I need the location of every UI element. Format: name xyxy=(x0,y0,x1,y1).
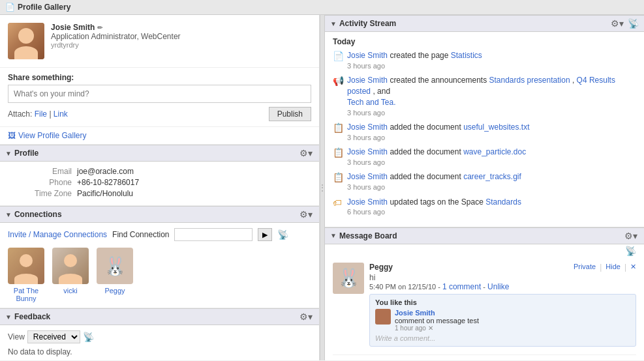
activity-author[interactable]: Josie Smith xyxy=(347,172,388,181)
phone-value: +86-10-82786017 xyxy=(77,178,139,187)
profile-info: Josie Smith ✏ Application Administrator,… xyxy=(51,23,311,49)
connections-content: Invite / Manage Connections Find Connect… xyxy=(0,223,319,308)
timezone-row: Time Zone Pacific/Honolulu xyxy=(26,189,311,198)
publish-button[interactable]: Publish xyxy=(269,107,311,121)
page-icon: 📄 xyxy=(333,51,343,61)
invite-link[interactable]: Invite / Manage Connections xyxy=(8,230,107,239)
page-title: Profile Gallery xyxy=(18,3,70,12)
activity-link[interactable]: wave_particle.doc xyxy=(463,147,526,156)
feedback-collapse-arrow[interactable]: ▼ xyxy=(5,313,12,321)
profile-username: yrdtyrdry xyxy=(51,41,311,49)
you-like-label: You like this xyxy=(375,298,630,306)
activity-time: 3 hours ago xyxy=(347,182,636,192)
file-link[interactable]: File xyxy=(35,109,47,119)
connection-name-peggy[interactable]: Peggy xyxy=(97,287,133,295)
activity-author[interactable]: Josie Smith xyxy=(347,76,388,85)
list-item: 🐰 Peggy Private | Hide | ✕ xyxy=(333,263,636,355)
profile-collapse-arrow[interactable]: ▼ xyxy=(5,150,12,157)
connections-collapse-arrow[interactable]: ▼ xyxy=(5,211,12,218)
activity-time: 3 hours ago xyxy=(347,133,636,143)
timezone-label: Time Zone xyxy=(26,189,72,198)
profile-name: Josie Smith ✏ xyxy=(51,23,311,32)
connection-name-pat[interactable]: Pat TheBunny xyxy=(8,287,44,302)
message-board-gear-button[interactable]: ⚙▾ xyxy=(623,231,639,241)
unlike-link[interactable]: Unlike xyxy=(487,282,509,291)
activity-text: Josie Smith added the document career_tr… xyxy=(347,171,636,192)
message-board-content: 🐰 Peggy Private | Hide | ✕ xyxy=(325,257,644,360)
phone-row: Phone +86-10-82786017 xyxy=(26,178,311,187)
comment-time: 1 hour ago ✕ xyxy=(395,325,630,332)
comment-count-link[interactable]: 1 comment xyxy=(442,282,481,291)
activity-rss-icon[interactable]: 📡 xyxy=(628,18,639,29)
hide-action[interactable]: Hide xyxy=(606,263,621,272)
attach-label: Attach: File | Link xyxy=(8,109,68,119)
email-value: joe@oracle.com xyxy=(77,167,134,176)
no-data-label: No data to display. xyxy=(8,347,311,356)
activity-author[interactable]: Josie Smith xyxy=(347,51,388,60)
connections-rss-icon[interactable]: 📡 xyxy=(277,229,288,240)
share-input[interactable] xyxy=(8,85,311,103)
view-row: View Received Sent 📡 xyxy=(8,330,311,343)
page-header: 📄 Profile Gallery xyxy=(0,0,644,15)
announcement-icon: 📢 xyxy=(333,76,343,86)
doc-icon: 📋 xyxy=(333,123,343,133)
activity-gear-button[interactable]: ⚙▾ xyxy=(609,18,625,29)
gallery-icon: 🖼 xyxy=(8,131,16,140)
find-button[interactable]: ▶ xyxy=(258,228,272,241)
connections-gear-button[interactable]: ⚙▾ xyxy=(298,209,314,220)
view-label: View xyxy=(8,332,25,341)
connections-section-header: ▼ Connections ⚙▾ xyxy=(0,206,319,223)
view-select[interactable]: Received Sent xyxy=(27,330,80,343)
profile-details: Email joe@oracle.com Phone +86-10-827860… xyxy=(0,162,319,206)
activity-link[interactable]: Statistics xyxy=(451,51,482,60)
find-input[interactable] xyxy=(174,228,253,241)
private-action[interactable]: Private xyxy=(574,263,596,272)
edit-icon[interactable]: ✏ xyxy=(97,24,102,31)
activity-link[interactable]: Standards presentation xyxy=(489,76,570,85)
activity-time: 6 hours ago xyxy=(347,207,636,217)
activity-author[interactable]: Josie Smith xyxy=(347,197,388,207)
connection-name-vicki[interactable]: vicki xyxy=(52,287,89,295)
activity-link[interactable]: Tech and Tea. xyxy=(347,98,396,107)
message-board-section: ▼ Message Board ⚙▾ 📡 🐰 Peggy xyxy=(325,227,644,360)
feedback-gear-button[interactable]: ⚙▾ xyxy=(298,311,314,322)
link-link[interactable]: Link xyxy=(54,109,68,119)
profile-header: Josie Smith ✏ Application Administrator,… xyxy=(0,15,319,68)
activity-text: Josie Smith added the document useful_we… xyxy=(347,122,636,143)
msg-author: Peggy xyxy=(369,263,393,272)
msg-avatar-peggy: 🐰 xyxy=(333,263,364,294)
write-comment-input[interactable]: Write a comment... xyxy=(375,334,630,342)
list-item: 🐰 Peggy xyxy=(97,248,133,302)
activity-link[interactable]: Standards xyxy=(485,197,521,207)
activity-author[interactable]: Josie Smith xyxy=(347,147,388,156)
connections-toolbar: Invite / Manage Connections Find Connect… xyxy=(8,228,311,241)
panel-divider xyxy=(320,15,325,360)
right-panel: ▼ Activity Stream ⚙▾ 📡 Today 📄 Josie Smi… xyxy=(325,15,644,360)
profile-gear-button[interactable]: ⚙▾ xyxy=(298,148,314,158)
share-section: Share something: Attach: File | Link Pub… xyxy=(0,68,319,127)
avatar xyxy=(8,23,44,59)
activity-text: Josie Smith created the page Statistics … xyxy=(347,50,636,71)
activity-collapse-arrow[interactable]: ▼ xyxy=(330,20,337,27)
activity-author[interactable]: Josie Smith xyxy=(347,123,388,132)
doc-icon: 📋 xyxy=(333,147,343,158)
you-like-box: You like this Josie Smith comment on mes… xyxy=(369,294,636,347)
feedback-rss-icon[interactable]: 📡 xyxy=(83,332,94,342)
comment-text: comment on message test xyxy=(395,317,630,325)
comment-author[interactable]: Josie Smith xyxy=(395,309,630,317)
activity-time: 3 hours ago xyxy=(347,61,636,71)
feedback-section-header: ▼ Feedback ⚙▾ xyxy=(0,308,319,325)
phone-label: Phone xyxy=(26,178,72,187)
view-gallery-link[interactable]: 🖼 View Profile Gallery xyxy=(0,127,319,145)
share-footer: Attach: File | Link Publish xyxy=(8,107,311,121)
activity-text: Josie Smith added the document wave_part… xyxy=(347,147,636,167)
share-label: Share something: xyxy=(8,73,311,82)
message-board-section-header: ▼ Message Board ⚙▾ xyxy=(325,227,644,244)
message-board-rss-icon[interactable]: 📡 xyxy=(625,246,636,256)
more-action[interactable]: ✕ xyxy=(630,263,636,272)
msg-body: Peggy Private | Hide | ✕ hi 5:40 PM on xyxy=(369,263,636,349)
activity-section-header: ▼ Activity Stream ⚙▾ 📡 xyxy=(325,15,644,32)
activity-link[interactable]: useful_websites.txt xyxy=(463,123,529,132)
activity-link[interactable]: career_tracks.gif xyxy=(463,172,521,181)
message-board-collapse-arrow[interactable]: ▼ xyxy=(330,232,337,239)
